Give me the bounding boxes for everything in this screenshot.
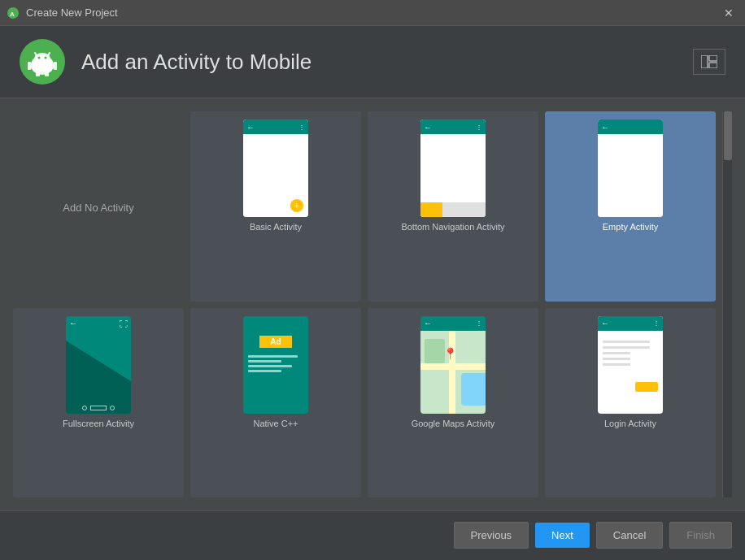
fullscreen-preview: ← ⛶ (66, 316, 131, 414)
previous-button[interactable]: Previous (454, 522, 529, 549)
finish-button[interactable]: Finish (669, 522, 732, 549)
empty-activity-label: Empty Activity (603, 222, 658, 232)
android-logo (20, 39, 65, 85)
android-icon (28, 47, 57, 76)
next-button[interactable]: Next (535, 523, 590, 548)
basic-activity-label: Basic Activity (250, 222, 302, 232)
login-preview: ← ⋮ (598, 316, 663, 414)
bottom-nav-label: Bottom Navigation Activity (401, 222, 504, 232)
title-bar: A Create New Project ✕ (0, 0, 745, 26)
ad-preview: Ad (243, 316, 308, 414)
svg-marker-16 (66, 341, 131, 414)
close-button[interactable]: ✕ (719, 5, 738, 21)
app-icon: A (7, 7, 20, 20)
back-arrow-icon: ← (424, 123, 432, 132)
svg-rect-11 (36, 71, 40, 76)
native-cpp-label: Native C++ (253, 419, 298, 428)
basic-activity-preview: ← ⋮ + (243, 119, 308, 217)
expand-icon: ⛶ (120, 319, 128, 328)
activity-card-no-activity[interactable]: Add No Activity (13, 111, 184, 302)
header: Add an Activity to Mobile (0, 26, 745, 98)
main-content: Add No Activity ← ⋮ + Basic Activity ← ⋮ (0, 98, 745, 510)
svg-rect-15 (709, 63, 717, 68)
activity-card-native-cpp[interactable]: Ad Native C++ (190, 308, 361, 498)
svg-text:A: A (10, 11, 15, 18)
activity-card-login[interactable]: ← ⋮ Login Activity (545, 308, 716, 498)
page-title: Add an Activity to Mobile (81, 50, 693, 75)
maps-label: Google Maps Activity (412, 419, 495, 428)
activity-card-fullscreen[interactable]: ← ⛶ Fullscreen Activity (13, 308, 184, 498)
layout-toggle-button[interactable] (693, 49, 725, 75)
fullscreen-label: Fullscreen Activity (63, 419, 134, 428)
svg-point-7 (38, 57, 41, 59)
maps-preview: ← ⋮ 📍 (420, 316, 486, 414)
bottom-nav-preview: ← ⋮ (420, 119, 486, 217)
activity-card-basic[interactable]: ← ⋮ + Basic Activity (190, 111, 361, 302)
scrollbar-thumb[interactable] (724, 111, 732, 160)
back-arrow-icon: ← (246, 123, 255, 132)
ad-label-text: Ad (259, 336, 292, 348)
more-icon: ⋮ (476, 124, 482, 131)
svg-rect-14 (709, 55, 717, 61)
activity-card-bottom-nav[interactable]: ← ⋮ Bottom Navigation Activity (368, 111, 538, 302)
activity-card-maps[interactable]: ← ⋮ 📍 Google Maps Activity (368, 308, 538, 498)
cancel-button[interactable]: Cancel (596, 522, 663, 549)
svg-point-8 (45, 57, 47, 59)
svg-rect-13 (701, 55, 708, 68)
no-activity-label: Add No Activity (63, 202, 133, 214)
svg-rect-12 (45, 71, 49, 76)
login-label: Login Activity (604, 419, 656, 428)
svg-rect-10 (53, 62, 57, 70)
footer: Previous Next Cancel Finish (0, 510, 745, 559)
back-arrow-icon: ← (601, 123, 609, 132)
fab-icon: + (290, 199, 303, 212)
svg-point-6 (34, 53, 50, 64)
activity-card-empty[interactable]: ← Empty Activity (545, 111, 716, 302)
empty-activity-preview: ← (598, 119, 663, 217)
activities-grid: Add No Activity ← ⋮ + Basic Activity ← ⋮ (13, 111, 716, 497)
more-icon: ⋮ (298, 124, 305, 131)
svg-rect-9 (28, 62, 32, 70)
scrollbar-track[interactable] (722, 111, 732, 497)
title-bar-text: Create New Project (26, 7, 719, 19)
layout-icon (701, 55, 717, 68)
